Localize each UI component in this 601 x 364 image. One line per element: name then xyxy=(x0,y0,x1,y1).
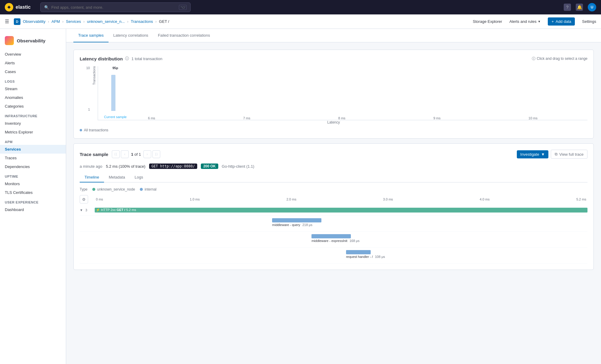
timeline-settings-icon[interactable]: ⚙ xyxy=(80,195,88,203)
sidebar-item-dashboard[interactable]: Dashboard xyxy=(0,205,66,214)
tab-trace-samples[interactable]: Trace samples xyxy=(73,29,109,42)
breadcrumb-sep-4: › xyxy=(127,20,128,24)
tab-logs[interactable]: Logs xyxy=(130,173,148,182)
settings-link[interactable]: Settings xyxy=(582,19,596,24)
x-label-10ms: 10 ms xyxy=(529,116,538,120)
timeline-header-row: ⚙ 0 ms 1.0 ms 2.0 ms 3.0 ms 4.0 ms 5.2 m… xyxy=(80,195,587,203)
user-avatar[interactable]: U xyxy=(588,3,596,11)
trace-duration: 5.2 ms (100% of trace) xyxy=(106,164,146,169)
sidebar-item-monitors[interactable]: Monitors xyxy=(0,179,66,188)
logo-icon xyxy=(5,3,13,11)
x-label-9ms: 9 ms xyxy=(433,116,440,120)
row-1-label: middleware - query 218 μs xyxy=(272,223,312,227)
next-page-button[interactable]: › xyxy=(143,150,151,158)
legend-label-2: internal xyxy=(145,187,156,191)
breadcrumb-sep-2: › xyxy=(62,20,63,24)
row-3-chart: request handler - / 108 μs xyxy=(95,249,587,262)
sidebar-item-metrics-explorer[interactable]: Metrics Explorer xyxy=(0,128,66,136)
tab-metadata[interactable]: Metadata xyxy=(104,173,130,182)
storage-explorer-link[interactable]: Storage Explorer xyxy=(473,19,502,24)
breadcrumb-unknown-service[interactable]: unknown_service_n... xyxy=(87,19,125,24)
menu-toggle[interactable]: ☰ xyxy=(5,19,9,24)
sidebar-item-traces[interactable]: Traces xyxy=(0,154,66,162)
settings-col: ⚙ xyxy=(80,195,95,203)
sidebar-item-categories[interactable]: Categories xyxy=(0,102,66,111)
last-page-button[interactable]: ⟩⟩ xyxy=(152,150,160,158)
x-axis-header: 0 ms 1.0 ms 2.0 ms 3.0 ms 4.0 ms 5.2 ms xyxy=(95,197,587,201)
view-full-trace-button[interactable]: ⧉ View full trace xyxy=(551,150,587,159)
timeline-legend: Type unknown_service_node internal xyxy=(80,187,587,191)
row-0-method: GET / xyxy=(117,208,125,212)
x-2ms: 2.0 ms xyxy=(287,197,296,201)
sidebar-item-services[interactable]: Services xyxy=(0,145,66,154)
sidebar-item-stream[interactable]: Stream xyxy=(0,84,66,93)
alerts-rules-menu[interactable]: Alerts and rules ▼ xyxy=(509,19,541,24)
x-1ms: 1.0 ms xyxy=(190,197,200,201)
trace-sample-title: Trace sample xyxy=(80,152,108,157)
notifications-icon[interactable]: 🔔 xyxy=(576,4,583,11)
x-axis-labels: 6 ms 7 ms 8 ms 9 ms 10 ms xyxy=(98,116,587,120)
trace-sample-header: Trace sample ⟨⟨ ‹ 1 of 1 › ⟩⟩ Investigat… xyxy=(80,150,587,159)
alerts-rules-label: Alerts and rules xyxy=(509,19,536,24)
search-bar[interactable]: 🔍 ⌥/ xyxy=(40,2,191,12)
sidebar-item-cases[interactable]: Cases xyxy=(0,67,66,76)
breadcrumb-get[interactable]: GET / xyxy=(159,19,169,24)
tab-timeline[interactable]: Timeline xyxy=(80,173,104,182)
latency-hint: ⓘ Click and drag to select a range xyxy=(532,56,587,61)
hint-icon: ⓘ xyxy=(532,56,535,61)
y-axis-top: 10 xyxy=(86,66,90,70)
add-data-icon: + xyxy=(551,19,554,24)
main-layout: Observability Overview Alerts Cases Logs… xyxy=(0,29,601,364)
main-content: Trace samples Latency correlations Faile… xyxy=(66,29,601,364)
trace-actions: Investigate ▼ ⧉ View full trace xyxy=(517,150,587,159)
row-3-bar xyxy=(346,250,371,254)
trace-client: Go-http-client (1.1) xyxy=(222,164,254,169)
pagination: ⟨⟨ ‹ 1 of 1 › ⟩⟩ xyxy=(112,150,160,158)
legend-dot-blue xyxy=(140,188,143,191)
x-4ms: 4.0 ms xyxy=(480,197,490,201)
search-input[interactable] xyxy=(51,5,176,10)
x-axis-title: Latency xyxy=(80,120,587,124)
help-icon[interactable]: ? xyxy=(564,4,571,11)
breadcrumb-observability[interactable]: Observability xyxy=(23,19,45,24)
breadcrumb-sep-1: › xyxy=(48,20,49,24)
latency-info-icon[interactable]: ⓘ xyxy=(125,56,129,61)
logs-section-label: Logs xyxy=(0,76,66,84)
breadcrumb-sep-5: › xyxy=(155,20,157,24)
tab-latency-correlations[interactable]: Latency correlations xyxy=(109,29,153,42)
sidebar-item-anomalies[interactable]: Anomalies xyxy=(0,93,66,102)
sidebar-item-overview[interactable]: Overview xyxy=(0,50,66,59)
chart-area: 95p Current sample 6 ms 7 ms 8 ms 9 ms 1… xyxy=(98,66,587,120)
elastic-logo[interactable]: elastic xyxy=(5,3,31,11)
sub-tabs-bar: Timeline Metadata Logs xyxy=(80,173,587,182)
sidebar-title: Observability xyxy=(17,38,45,43)
breadcrumb-transactions[interactable]: Transactions xyxy=(131,19,153,24)
prev-page-button[interactable]: ‹ xyxy=(121,150,129,158)
row-1-bar xyxy=(272,218,321,222)
d-badge: D xyxy=(14,18,20,25)
add-data-label: Add data xyxy=(556,19,571,24)
investigate-chevron: ▼ xyxy=(541,152,545,157)
sidebar-item-inventory[interactable]: Inventory xyxy=(0,119,66,128)
sidebar-item-tls[interactable]: TLS Certificates xyxy=(0,188,66,197)
x-3ms: 3.0 ms xyxy=(383,197,393,201)
latency-chart[interactable]: 10 1 Transactions 95p Current sample xyxy=(80,66,587,120)
sidebar-header: Observability xyxy=(0,34,66,50)
legend-label-1: unknown_service_node xyxy=(97,187,135,191)
add-data-button[interactable]: + Add data xyxy=(548,17,575,26)
investigate-button[interactable]: Investigate ▼ xyxy=(517,150,549,158)
latency-distribution-title: Latency distribution xyxy=(80,56,123,61)
x-52ms: 5.2 ms xyxy=(576,197,586,201)
breadcrumb-apm[interactable]: APM xyxy=(51,19,60,24)
trace-sample-card: Trace sample ⟨⟨ ‹ 1 of 1 › ⟩⟩ Investigat… xyxy=(73,143,594,270)
first-page-button[interactable]: ⟨⟨ xyxy=(112,150,120,158)
expand-btn-0[interactable]: ▼ xyxy=(80,208,83,212)
sidebar-item-dependencies[interactable]: Dependencies xyxy=(0,162,66,171)
breadcrumb-services[interactable]: Services xyxy=(66,19,81,24)
sidebar-item-alerts[interactable]: Alerts xyxy=(0,59,66,67)
elastic-text: elastic xyxy=(16,5,31,10)
trace-timestamp: a minute ago xyxy=(80,164,102,169)
nav-actions: Storage Explorer Alerts and rules ▼ + Ad… xyxy=(473,17,596,26)
view-trace-icon: ⧉ xyxy=(555,152,557,157)
tab-failed-transaction[interactable]: Failed transaction correlations xyxy=(153,29,215,42)
